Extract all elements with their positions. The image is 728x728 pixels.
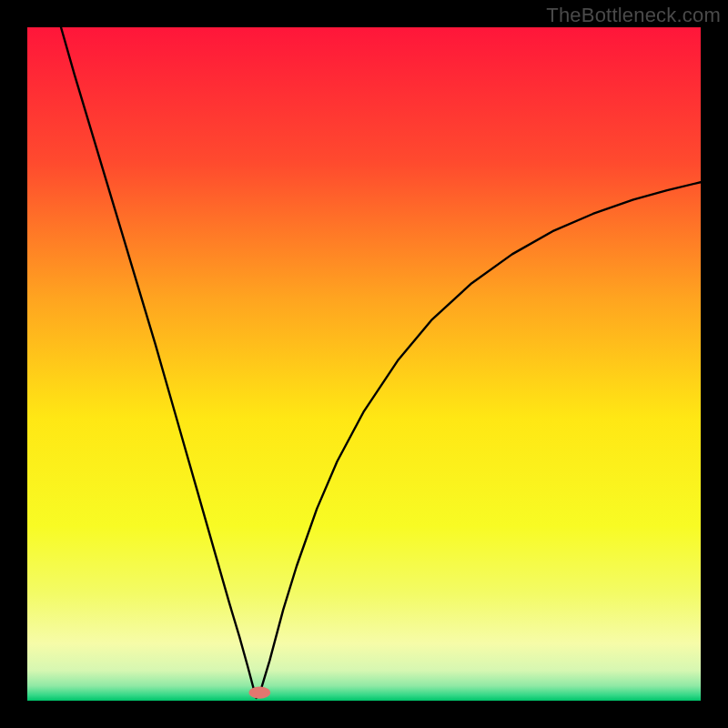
chart-frame [27, 27, 701, 701]
optimal-point-marker [248, 686, 270, 698]
watermark-text: TheBottleneck.com [546, 4, 721, 27]
chart-background [27, 27, 701, 701]
bottleneck-chart [27, 27, 701, 701]
